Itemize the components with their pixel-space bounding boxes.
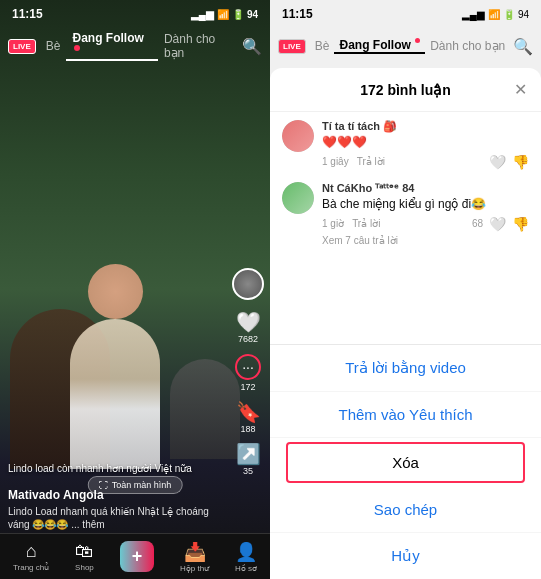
live-badge: LIVE [8, 39, 36, 54]
comments-sheet: 172 bình luận ✕ Tí ta tí tách 🎒 ❤️❤️❤️ 1… [270, 68, 541, 579]
reply-button-1[interactable]: Trả lời [357, 156, 385, 167]
like-button[interactable]: 🤍 7682 [236, 312, 261, 344]
commenter-username-1: Tí ta tí tách 🎒 [322, 120, 529, 133]
home-icon: ⌂ [26, 541, 37, 562]
avatar-image-1 [282, 120, 314, 152]
search-icon[interactable]: 🔍 [242, 37, 262, 56]
left-video-panel: 11:15 ▂▄▆ 📶 🔋 94 LIVE Bè Đang Follow Dàn… [0, 0, 270, 579]
right-top-navigation: LIVE Bè Đang Follow Dành cho bạn 🔍 [270, 28, 541, 64]
comment-text-1: ❤️❤️❤️ [322, 134, 529, 151]
comments-header: 172 bình luận ✕ [270, 68, 541, 112]
comment-text-2: Bà che miệng kiểu gì ngộ đi😂 [322, 196, 529, 213]
bookmark-icon: 🔖 [236, 402, 261, 422]
status-bar: 11:15 ▂▄▆ 📶 🔋 94 [0, 0, 270, 28]
profile-icon: 👤 [235, 541, 257, 563]
dislike-icon-1[interactable]: 👎 [512, 154, 529, 170]
notification-dot [74, 45, 80, 51]
signal-icon: ▂▄▆ [191, 9, 214, 20]
like-count: 7682 [238, 334, 258, 344]
comment-actions-2: 68 🤍 👎 [472, 216, 529, 232]
wifi-icon: 📶 [217, 9, 229, 20]
share-icon: ↗️ [236, 444, 261, 464]
creator-avatar[interactable] [232, 268, 264, 300]
comments-title: 172 bình luận [360, 82, 451, 98]
video-content [0, 60, 270, 489]
comment-item: Tí ta tí tách 🎒 ❤️❤️❤️ 1 giây Trả lời 🤍 … [282, 120, 529, 170]
delete-button[interactable]: Xóa [286, 442, 525, 483]
like-count-2: 68 [472, 218, 483, 229]
like-icon-2[interactable]: 🤍 [489, 216, 506, 232]
right-search-icon[interactable]: 🔍 [513, 37, 533, 56]
status-time: 11:15 [12, 7, 43, 21]
bookmark-button[interactable]: 🔖 188 [236, 402, 261, 434]
action-sheet: Trả lời bằng video Thêm vào Yêu thích Xó… [270, 344, 541, 579]
more-options-icon[interactable]: ··· [235, 354, 261, 380]
commenter-username-2: Nt CáKho ᵀᵃᵗᵗᵒᵉ 84 [322, 182, 529, 195]
right-live-badge: LIVE [278, 39, 306, 54]
dislike-icon-2[interactable]: 👎 [512, 216, 529, 232]
add-icon[interactable]: + [120, 541, 155, 572]
view-replies-button[interactable]: Xem 7 câu trả lời [322, 235, 529, 246]
share-button[interactable]: ↗️ 35 [236, 444, 261, 476]
nav-profile[interactable]: 👤 Hồ sơ [235, 541, 257, 573]
share-count: 35 [243, 466, 253, 476]
right-wifi-icon: 📶 [488, 9, 500, 20]
person-silhouette-center [70, 319, 160, 469]
battery-level: 94 [247, 9, 258, 20]
person-silhouette-right [170, 359, 240, 459]
copy-button[interactable]: Sao chép [270, 487, 541, 533]
right-status-bar: 11:15 ▂▄▆ 📶 🔋 94 [270, 0, 541, 28]
video-info: Mativado Angola Lindo Load nhanh quá khi… [8, 488, 210, 531]
nav-add[interactable]: + [120, 541, 155, 572]
cancel-button[interactable]: Hủy [270, 533, 541, 579]
right-tab-danh-cho-ban[interactable]: Dành cho bạn [425, 39, 510, 53]
right-tab-be[interactable]: Bè [310, 39, 335, 53]
avatar-image-2 [282, 182, 314, 214]
commenter-avatar-1[interactable] [282, 120, 314, 152]
bottom-navigation: ⌂ Trang chủ 🛍 Shop + 📥 Hộp thư 👤 Hồ sơ [0, 533, 270, 579]
comment-count: 172 [240, 382, 255, 392]
comment-body-1: Tí ta tí tách 🎒 ❤️❤️❤️ 1 giây Trả lời 🤍 … [322, 120, 529, 170]
reply-video-button[interactable]: Trả lời bằng video [270, 345, 541, 392]
action-sidebar: 🤍 7682 ··· 172 🔖 188 ↗️ 35 [232, 268, 264, 484]
comment-actions-1: 🤍 👎 [489, 154, 529, 170]
comment-item-2: Nt CáKho ᵀᵃᵗᵗᵒᵉ 84 Bà che miệng kiểu gì … [282, 182, 529, 246]
add-favorites-button[interactable]: Thêm vào Yêu thích [270, 392, 541, 438]
nav-home[interactable]: ⌂ Trang chủ [13, 541, 49, 572]
tab-danh-cho-ban[interactable]: Dành cho bạn [158, 32, 242, 60]
bookmark-count: 188 [240, 424, 255, 434]
nav-shop[interactable]: 🛍 Shop [75, 541, 94, 572]
tab-be[interactable]: Bè [40, 39, 67, 53]
right-signal-icon: ▂▄▆ [462, 9, 485, 20]
comment-body-2: Nt CáKho ᵀᵃᵗᵗᵒᵉ 84 Bà che miệng kiểu gì … [322, 182, 529, 246]
tab-dang-follow[interactable]: Đang Follow [66, 31, 157, 61]
right-battery-icon: 🔋 [503, 9, 515, 20]
commenter-avatar-2[interactable] [282, 182, 314, 214]
video-description: Lindo Load nhanh quá khiến Nhật Lệ choán… [8, 505, 210, 531]
right-tab-dang-follow[interactable]: Đang Follow [334, 38, 425, 54]
nav-inbox[interactable]: 📥 Hộp thư [180, 541, 209, 573]
status-icons: ▂▄▆ 📶 🔋 94 [191, 9, 258, 20]
comment-time-1: 1 giây [322, 156, 349, 167]
comment-button[interactable]: ··· 172 [235, 354, 261, 392]
top-navigation: LIVE Bè Đang Follow Dành cho bạn 🔍 [0, 28, 270, 64]
comments-list: Tí ta tí tách 🎒 ❤️❤️❤️ 1 giây Trả lời 🤍 … [270, 112, 541, 344]
comment-time-2: 1 giờ [322, 218, 344, 229]
right-comments-panel: 11:15 ▂▄▆ 📶 🔋 94 LIVE Bè Đang Follow Dàn… [270, 0, 541, 579]
nav-tabs: Bè Đang Follow Dành cho bạn [40, 31, 242, 61]
video-caption: Lindo load còn nhanh hơn người Việt nữa [8, 463, 210, 474]
shop-icon: 🛍 [75, 541, 93, 562]
creator-name[interactable]: Mativado Angola [8, 488, 210, 502]
battery-icon: 🔋 [232, 9, 244, 20]
comment-meta-2: 1 giờ Trả lời 68 🤍 👎 [322, 216, 529, 232]
comment-meta-1: 1 giây Trả lời 🤍 👎 [322, 154, 529, 170]
like-icon-1[interactable]: 🤍 [489, 154, 506, 170]
heart-icon: 🤍 [236, 312, 261, 332]
right-notification-dot [415, 38, 420, 43]
person-head-center [88, 264, 143, 319]
right-status-icons: ▂▄▆ 📶 🔋 94 [462, 9, 529, 20]
close-button[interactable]: ✕ [514, 80, 527, 99]
reply-button-2[interactable]: Trả lời [352, 218, 380, 229]
inbox-icon: 📥 [184, 541, 206, 563]
right-status-time: 11:15 [282, 7, 313, 21]
